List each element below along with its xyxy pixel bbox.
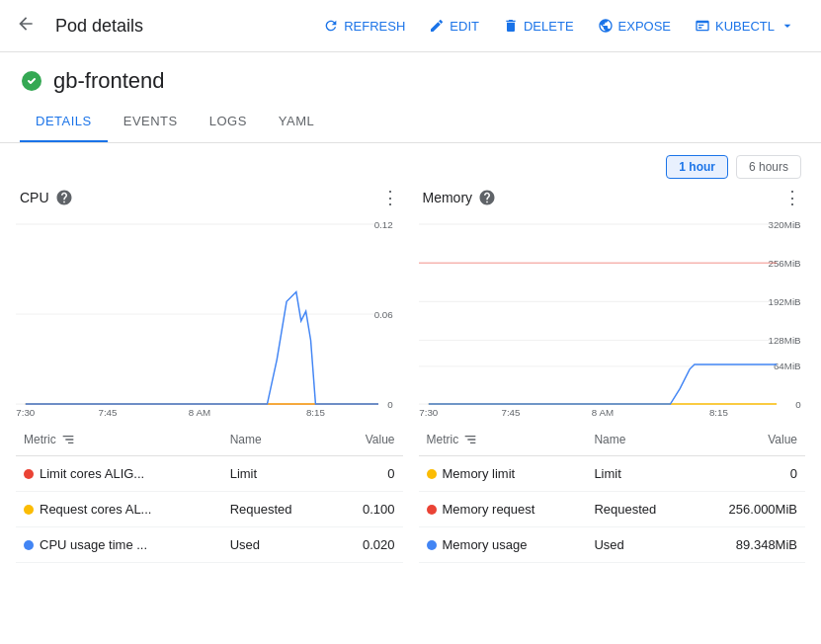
cpu-chart-header: CPU ⋮ (16, 183, 403, 208)
cpu-more-icon[interactable]: ⋮ (381, 187, 399, 208)
svg-text:0: 0 (795, 399, 801, 410)
memory-metric-1: Memory request (419, 492, 587, 527)
memory-chart-header: Memory ⋮ (419, 183, 806, 208)
back-button[interactable] (16, 14, 36, 39)
memory-metric-0: Memory limit (419, 456, 587, 492)
cpu-chart-panel: CPU ⋮ 0.12 0.06 0 (16, 183, 403, 563)
memory-name-0: Limit (586, 456, 691, 492)
svg-text:128MiB: 128MiB (768, 335, 800, 346)
svg-text:192MiB: 192MiB (768, 296, 800, 307)
cpu-chart-title: CPU (20, 190, 49, 205)
svg-text:0.12: 0.12 (374, 219, 393, 230)
page-title: Pod details (55, 16, 143, 37)
cpu-name-1: Requested (222, 492, 334, 527)
refresh-button[interactable]: REFRESH (313, 12, 415, 40)
memory-name-col-header: Name (586, 424, 691, 456)
cpu-help-icon[interactable] (55, 189, 73, 206)
svg-text:0: 0 (387, 399, 393, 410)
dot-blue (24, 540, 34, 550)
table-row: Limit cores ALIG... Limit 0 (16, 456, 403, 492)
delete-button[interactable]: DELETE (493, 12, 584, 40)
dot-yellow (427, 469, 437, 479)
status-running-icon (20, 69, 43, 93)
memory-help-icon[interactable] (478, 189, 496, 206)
cpu-name-col-header: Name (222, 424, 334, 456)
cpu-metrics-table: Metric Name Value Limit cores ALIG... (16, 424, 403, 563)
charts-container: CPU ⋮ 0.12 0.06 0 (0, 183, 821, 563)
svg-text:7:45: 7:45 (501, 407, 521, 418)
tab-details[interactable]: DETAILS (20, 102, 108, 142)
svg-text:7:30: 7:30 (16, 407, 36, 418)
pod-name-section: gb-frontend (0, 52, 821, 94)
svg-text:7:45: 7:45 (98, 407, 118, 418)
memory-metric-col-header: Metric (419, 424, 587, 456)
kubectl-button[interactable]: KUBECTL (685, 12, 805, 40)
memory-value-0: 0 (692, 456, 805, 492)
dot-blue (427, 540, 437, 550)
chevron-down-icon (780, 18, 795, 34)
expose-button[interactable]: EXPOSE (588, 12, 681, 40)
cpu-value-0: 0 (334, 456, 403, 492)
svg-text:64MiB: 64MiB (773, 361, 800, 371)
memory-chart-panel: Memory ⋮ 320MiB 256MiB 192MiB 128MiB 64M… (419, 183, 806, 563)
tabs-bar: DETAILS EVENTS LOGS YAML (0, 102, 821, 143)
svg-text:0.06: 0.06 (374, 309, 393, 320)
dot-red (427, 505, 437, 515)
cpu-value-2: 0.020 (334, 527, 403, 563)
memory-value-2: 89.348MiB (692, 527, 805, 563)
dot-red (24, 469, 34, 479)
cpu-metric-1: Request cores AL... (16, 492, 222, 527)
memory-metric-2: Memory usage (419, 527, 587, 563)
memory-more-icon[interactable]: ⋮ (783, 187, 801, 208)
svg-text:320MiB: 320MiB (768, 219, 800, 230)
cpu-value-1: 0.100 (334, 492, 403, 527)
time-1hour-button[interactable]: 1 hour (666, 155, 728, 179)
cpu-name-0: Limit (222, 456, 334, 492)
svg-text:8:15: 8:15 (708, 407, 728, 418)
svg-text:7:30: 7:30 (419, 407, 439, 418)
memory-value-col-header: Value (692, 424, 805, 456)
memory-chart-title: Memory (423, 190, 473, 205)
svg-text:8 AM: 8 AM (189, 407, 210, 418)
pod-name: gb-frontend (53, 68, 165, 94)
cpu-chart-area: 0.12 0.06 0 7:30 7:45 8 AM 8:15 (16, 212, 403, 420)
cpu-value-col-header: Value (334, 424, 403, 456)
page-header: Pod details REFRESH EDIT DELETE EXPOSE K… (0, 0, 821, 52)
memory-name-2: Used (586, 527, 691, 563)
cpu-metric-0: Limit cores ALIG... (16, 456, 222, 492)
memory-name-1: Requested (586, 492, 691, 527)
tab-events[interactable]: EVENTS (108, 102, 194, 142)
table-row: Memory request Requested 256.000MiB (419, 492, 806, 527)
cpu-metric-col-header: Metric (16, 424, 222, 456)
tab-yaml[interactable]: YAML (263, 102, 330, 142)
svg-text:8:15: 8:15 (306, 407, 326, 418)
table-row: Memory limit Limit 0 (419, 456, 806, 492)
cpu-name-2: Used (222, 527, 334, 563)
memory-value-1: 256.000MiB (692, 492, 805, 527)
time-range-bar: 1 hour 6 hours (0, 143, 821, 183)
table-row: Request cores AL... Requested 0.100 (16, 492, 403, 527)
dot-yellow (24, 505, 34, 515)
header-actions: REFRESH EDIT DELETE EXPOSE KUBECTL (313, 12, 805, 40)
svg-text:8 AM: 8 AM (591, 407, 613, 418)
edit-button[interactable]: EDIT (419, 12, 489, 40)
memory-metrics-table: Metric Name Value Memory limit (419, 424, 806, 563)
time-6hours-button[interactable]: 6 hours (736, 155, 801, 179)
cpu-column-icon[interactable] (60, 432, 76, 447)
tab-logs[interactable]: LOGS (194, 102, 263, 142)
table-row: CPU usage time ... Used 0.020 (16, 527, 403, 563)
memory-column-icon[interactable] (462, 432, 478, 447)
memory-chart-area: 320MiB 256MiB 192MiB 128MiB 64MiB 0 7:30 (419, 212, 806, 420)
memory-chart-svg: 320MiB 256MiB 192MiB 128MiB 64MiB 0 7:30 (419, 212, 806, 420)
cpu-metric-2: CPU usage time ... (16, 527, 222, 563)
cpu-chart-svg: 0.12 0.06 0 7:30 7:45 8 AM 8:15 (16, 212, 403, 420)
table-row: Memory usage Used 89.348MiB (419, 527, 806, 563)
